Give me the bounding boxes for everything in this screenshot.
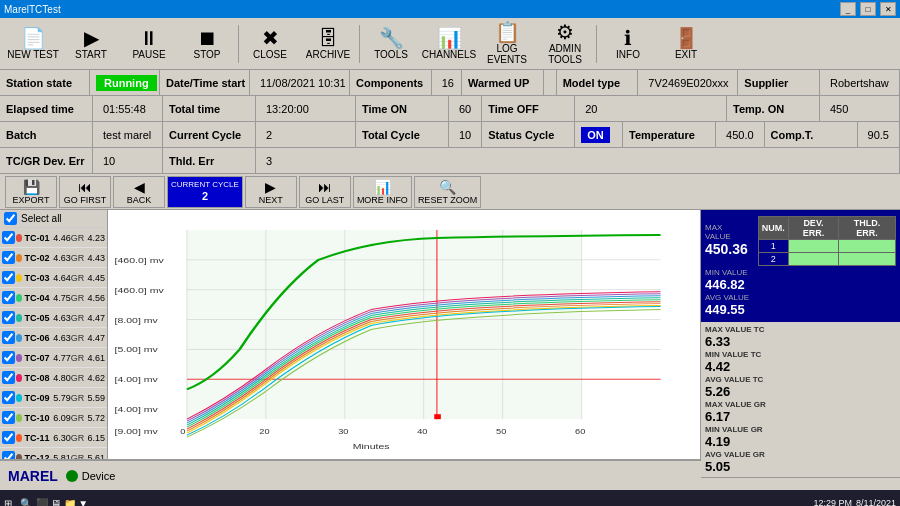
back-button[interactable]: ◀ BACK [113,176,165,208]
new-test-button[interactable]: 📄 NEW TEST [4,21,62,67]
components-value: 16 [432,70,462,95]
channel-color-dot [16,294,22,302]
start-icon: ▶ [84,28,99,48]
channel-checkbox[interactable] [2,371,15,384]
min-value-gr: 4.19 [705,434,896,449]
start-button[interactable]: ▶ START [62,21,120,67]
start-label: START [75,49,107,60]
next-button[interactable]: ▶ NEXT [245,176,297,208]
svg-text:0: 0 [180,428,186,436]
channel-color-dot [16,334,22,342]
channel-checkbox[interactable] [2,411,15,424]
new-test-label: NEW TEST [7,49,58,60]
channel-label: GR [71,313,85,323]
close-button[interactable]: ✖ CLOSE [241,21,299,67]
go-last-button[interactable]: ⏭ GO LAST [299,176,351,208]
close-window-button[interactable]: ✕ [880,2,896,16]
channel-row: TC-12 5.81 GR 5.61 [0,448,107,459]
device-label: Device [82,470,116,482]
channel-val1: 5.81 [50,453,71,460]
minimize-button[interactable]: _ [840,2,856,16]
channel-label: GR [71,273,85,283]
channel-label: GR [71,413,85,423]
tools-label: TOOLS [374,49,408,60]
channel-row: TC-04 4.75 GR 4.56 [0,288,107,308]
elapsed-time-label: Elapsed time [0,96,93,121]
go-last-icon: ⏭ [318,179,332,195]
marel-logo: MAREL [8,468,58,484]
svg-text:40: 40 [417,428,428,436]
archive-button[interactable]: 🗄 ARCHIVE [299,21,357,67]
channel-label: GR [71,393,85,403]
channel-val1: 6.30 [50,433,71,443]
channel-checkbox[interactable] [2,451,15,459]
select-all-checkbox[interactable] [4,212,17,225]
max-value-gr: 6.17 [705,409,896,424]
channel-label: GR [71,293,85,303]
status-cycle-value: ON [575,122,623,147]
channel-val1: 4.63 [50,333,71,343]
channel-val2: 4.56 [84,293,105,303]
channel-val2: 4.47 [84,333,105,343]
svg-text:Minutes: Minutes [353,442,390,451]
go-first-button[interactable]: ⏮ GO FIRST [59,176,111,208]
exit-label: EXIT [675,49,697,60]
more-info-button[interactable]: 📊 MORE INFO [353,176,412,208]
reset-zoom-button[interactable]: 🔍 RESET ZOOM [414,176,481,208]
stats-box: MAX VALUE 450.36 NUM. DEV. ERR. THLD. ER… [701,210,900,322]
go-first-icon: ⏮ [78,179,92,195]
stop-button[interactable]: ⏹ STOP [178,21,236,67]
supplier-label: Supplier [738,70,820,95]
channel-name: TC-08 [24,373,50,383]
channels-button[interactable]: 📊 CHANNELS [420,21,478,67]
channel-name: TC-12 [24,453,50,460]
current-cycle-button[interactable]: CURRENT CYCLE 2 [167,176,243,208]
exit-button[interactable]: 🚪 EXIT [657,21,715,67]
supplier-value: Robertshaw [820,70,900,95]
start-menu[interactable]: ⊞ [4,498,12,507]
channel-checkbox[interactable] [2,231,15,244]
search-taskbar[interactable]: 🔍 [20,498,32,507]
admin-tools-button[interactable]: ⚙ ADMIN TOOLS [536,21,594,67]
taskbar-icons: ⬛ 🖥 📁 ▼ [36,498,88,507]
channel-checkbox[interactable] [2,251,15,264]
channel-checkbox[interactable] [2,331,15,344]
svg-text:[4.00] mv: [4.00] mv [115,405,159,414]
channel-checkbox[interactable] [2,291,15,304]
channel-val2: 4.45 [84,273,105,283]
max-value: 450.36 [705,241,750,257]
archive-label: ARCHIVE [306,49,350,60]
avg-value-tc: 5.26 [705,384,763,399]
channels-icon: 📊 [437,28,462,48]
channel-checkbox[interactable] [2,271,15,284]
status-cycle-label: Status Cycle [482,122,575,147]
reset-zoom-icon: 🔍 [439,179,456,195]
maximize-button[interactable]: □ [860,2,876,16]
channel-color-dot [16,354,22,362]
chart-area[interactable]: [460.0] mv [460.0] mv [8.00] mv [5.00] m… [108,210,700,459]
temperature-value: 450.0 [716,122,765,147]
log-events-button[interactable]: 📋 LOG EVENTS [478,21,536,67]
taskbar-date: 8/11/2021 [856,498,896,506]
tools-button[interactable]: 🔧 TOOLS [362,21,420,67]
tc-gr-stats: MAX VALUE TC 6.33 MIN VALUE TC 4.42 AVG … [701,322,900,478]
export-button[interactable]: 💾 EXPORT [5,176,57,208]
num-table: NUM. DEV. ERR. THLD. ERR. 1 2 [758,216,896,266]
select-all-row[interactable]: Select all [0,210,107,228]
channel-checkbox[interactable] [2,351,15,364]
channel-rows-container: TC-01 4.46 GR 4.23 TC-02 4.63 GR 4.43 TC… [0,228,107,459]
channel-name: TC-11 [24,433,50,443]
channel-row: TC-05 4.63 GR 4.47 [0,308,107,328]
comp-t-value: 90.5 [858,122,900,147]
pause-button[interactable]: ⏸ PAUSE [120,21,178,67]
channel-val1: 4.77 [50,353,71,363]
info-icon: ℹ [624,28,632,48]
channel-checkbox[interactable] [2,391,15,404]
channel-checkbox[interactable] [2,311,15,324]
channel-checkbox[interactable] [2,431,15,444]
more-info-icon: 📊 [374,179,391,195]
info-button[interactable]: ℹ INFO [599,21,657,67]
max-value-tc: 6.33 [705,334,764,349]
channel-val1: 4.75 [50,293,71,303]
separator-1 [238,25,239,63]
